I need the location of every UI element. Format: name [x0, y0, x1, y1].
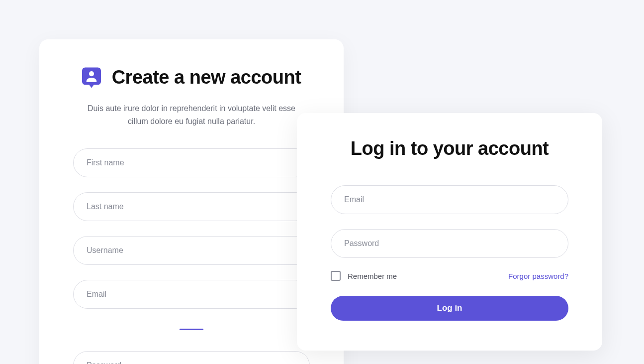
forgot-password-link[interactable]: Forgor password? [508, 272, 568, 280]
login-options-row: Remember me Forgor password? [331, 271, 568, 281]
account-icon [82, 67, 101, 88]
section-divider [180, 329, 203, 330]
first-name-field[interactable] [73, 148, 310, 177]
signup-password-field[interactable] [73, 351, 310, 364]
username-field[interactable] [73, 236, 310, 265]
login-card: Log in to your account Remember me Forgo… [297, 113, 602, 351]
signup-subtitle: Duis aute irure dolor in reprehenderit i… [73, 102, 310, 127]
login-password-field[interactable] [331, 229, 568, 258]
signup-title: Create a new account [112, 67, 301, 88]
login-button[interactable]: Log in [331, 296, 568, 321]
login-title: Log in to your account [331, 138, 568, 159]
last-name-field[interactable] [73, 192, 310, 221]
login-email-field[interactable] [331, 185, 568, 214]
signup-email-field[interactable] [73, 280, 310, 309]
remember-me-checkbox[interactable] [331, 271, 341, 281]
remember-me-label: Remember me [348, 272, 397, 280]
remember-me-wrap: Remember me [331, 271, 397, 281]
signup-header: Create a new account [73, 67, 310, 88]
svg-point-0 [89, 71, 94, 76]
